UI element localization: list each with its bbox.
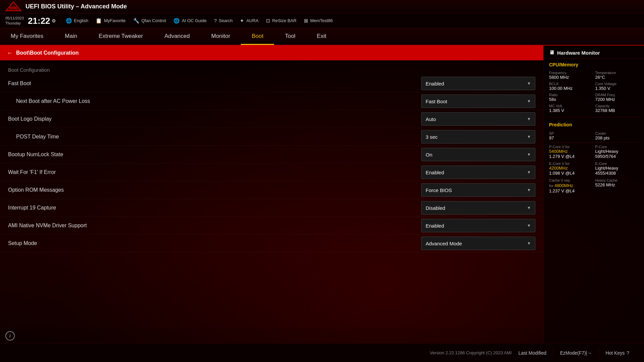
setting-row-ami-nvme: AMI Native NVMe Driver Support Enabled ▼ <box>0 217 543 235</box>
settings-area: Boot Configuration Fast Boot Enabled ▼ N… <box>0 60 543 328</box>
monitor-icon: 🖥 <box>549 50 554 56</box>
wait-f1-dropdown[interactable]: Enabled ▼ <box>421 166 535 179</box>
memtest-label: MemTest86 <box>310 18 333 23</box>
status-search[interactable]: ? Search <box>214 18 233 23</box>
hw-bclk-label: BCLK <box>549 82 593 86</box>
next-boot-ac-dropdown-arrow-icon: ▼ <box>527 99 531 104</box>
left-content: ← Boot\Boot Configuration Boot Configura… <box>0 46 543 343</box>
prediction-section-title: Prediction <box>544 119 644 129</box>
interrupt19-value: Disabled <box>426 205 445 211</box>
back-arrow-icon[interactable]: ← <box>7 50 13 57</box>
next-boot-ac-dropdown[interactable]: Fast Boot ▼ <box>421 95 535 108</box>
hw-temperature: Temperature 26°C <box>595 71 639 80</box>
search-label: Search <box>219 18 232 23</box>
section-header: Boot Configuration <box>0 64 543 75</box>
hw-core-voltage-value: 1.350 V <box>595 86 639 91</box>
status-qfan[interactable]: 🔧 Qfan Control <box>133 18 166 24</box>
fast-boot-value: Enabled <box>426 81 444 86</box>
setting-row-numlock: Bootup NumLock State On ▼ <box>0 146 543 164</box>
post-delay-dropdown[interactable]: 3 sec ▼ <box>421 130 535 143</box>
fast-boot-control: Enabled ▼ <box>421 77 535 90</box>
nav-boot-label: Boot <box>252 33 263 40</box>
wait-f1-label: Wait For 'F1' If Error <box>8 169 421 175</box>
nav-advanced[interactable]: Advanced <box>154 28 201 45</box>
nav-advanced-label: Advanced <box>164 33 190 40</box>
top-bar: ROG UEFI BIOS Utility – Advanced Mode <box>0 0 644 13</box>
pcore-v-label: P-Core V for <box>549 145 593 149</box>
numlock-value: On <box>426 152 432 158</box>
cache-v-val: 1.237 V @L4 <box>549 188 593 193</box>
qfan-label: Qfan Control <box>142 18 166 23</box>
status-resize-bar[interactable]: ⊡ ReSize BAR <box>266 18 297 24</box>
nav-monitor[interactable]: Monitor <box>201 28 241 45</box>
hot-keys-icon: ? <box>627 350 629 356</box>
nav-main-label: Main <box>65 33 77 40</box>
nav-exit[interactable]: Exit <box>306 28 337 45</box>
last-modified-button[interactable]: Last Modified <box>512 348 553 358</box>
pred-sp-value: 97 <box>549 135 593 140</box>
setup-mode-value: Advanced Mode <box>426 241 462 246</box>
settings-gear-icon[interactable]: ⚙ <box>52 18 56 23</box>
resize-bar-icon: ⊡ <box>266 18 270 24</box>
ez-mode-button[interactable]: EzMode(F7)|→ <box>553 348 599 358</box>
ami-nvme-label: AMI Native NVMe Driver Support <box>8 223 421 229</box>
aura-icon: ✦ <box>240 18 244 24</box>
nav-bar: My Favorites Main Extreme Tweaker Advanc… <box>0 28 644 46</box>
nav-tool[interactable]: Tool <box>274 28 306 45</box>
pcore-col: P-Core Light/Heavy 5950/5764 <box>595 145 639 159</box>
boot-logo-dropdown-arrow-icon: ▼ <box>527 117 531 121</box>
setup-mode-label: Setup Mode <box>8 240 421 246</box>
boot-logo-dropdown[interactable]: Auto ▼ <box>421 112 535 126</box>
cache-v-label: Cache V req <box>549 178 593 182</box>
post-delay-dropdown-arrow-icon: ▼ <box>527 134 531 139</box>
ecore-v-col: E-Core V for 4200MHz 1.098 V @L4 <box>549 162 593 176</box>
hot-keys-button[interactable]: Hot Keys ? <box>599 348 636 358</box>
option-rom-dropdown-arrow-icon: ▼ <box>527 188 531 192</box>
memtest-icon: ⊠ <box>304 18 308 24</box>
nav-boot[interactable]: Boot <box>241 28 274 45</box>
cache-row: Cache V req for 4800MHz 1.237 V @L4 Heav… <box>549 178 639 193</box>
status-ai-oc[interactable]: 🌐 AI OC Guide <box>173 18 207 24</box>
status-english[interactable]: 🌐 English <box>66 18 89 24</box>
ecore-v-val: 1.098 V @L4 <box>549 171 593 176</box>
setting-row-setup-mode: Setup Mode Advanced Mode ▼ <box>0 235 543 252</box>
numlock-label: Bootup NumLock State <box>8 152 421 158</box>
status-myfavorite[interactable]: 📋 MyFavorite <box>96 18 125 24</box>
setup-mode-dropdown[interactable]: Advanced Mode ▼ <box>421 237 535 250</box>
fast-boot-dropdown[interactable]: Enabled ▼ <box>421 77 535 90</box>
date-text: 05/11/2023 <box>5 16 24 20</box>
footer-version: Version 2.22.1286 Copyright (C) 2023 AMI <box>430 350 512 355</box>
interrupt19-dropdown[interactable]: Disabled ▼ <box>421 201 535 215</box>
pcore-row: P-Core V for 5400MHz 1.279 V @L4 P-Core … <box>549 145 639 159</box>
nav-my-favorites-label: My Favorites <box>11 33 43 40</box>
option-rom-dropdown[interactable]: Force BIOS ▼ <box>421 183 535 197</box>
myfavorite-icon: 📋 <box>96 18 102 24</box>
fast-boot-dropdown-arrow-icon: ▼ <box>527 81 531 86</box>
next-boot-ac-value: Fast Boot <box>426 99 447 104</box>
boot-logo-value: Auto <box>426 116 436 122</box>
resize-bar-label: ReSize BAR <box>272 18 297 23</box>
setting-row-wait-f1: Wait For 'F1' If Error Enabled ▼ <box>0 164 543 181</box>
cache-v-col: Cache V req for 4800MHz 1.237 V @L4 <box>549 178 593 193</box>
interrupt19-dropdown-arrow-icon: ▼ <box>527 205 531 210</box>
numlock-dropdown-arrow-icon: ▼ <box>527 152 531 157</box>
cache-block: Cache V req for 4800MHz 1.237 V @L4 Heav… <box>549 178 639 193</box>
setting-row-boot-logo: Boot Logo Display Auto ▼ <box>0 110 543 128</box>
status-aura[interactable]: ✦ AURA <box>240 18 258 24</box>
nav-main[interactable]: Main <box>54 28 88 45</box>
nav-monitor-label: Monitor <box>211 33 230 40</box>
status-memtest[interactable]: ⊠ MemTest86 <box>304 18 333 24</box>
hw-core-voltage-label: Core Voltage <box>595 82 639 86</box>
ami-nvme-dropdown[interactable]: Enabled ▼ <box>421 219 535 232</box>
pcore-vals: 5950/5764 <box>595 154 639 159</box>
nav-extreme-tweaker[interactable]: Extreme Tweaker <box>88 28 154 45</box>
hw-divider-1 <box>549 117 639 117</box>
boot-logo-control: Auto ▼ <box>421 112 535 126</box>
nav-my-favorites[interactable]: My Favorites <box>0 28 54 45</box>
wait-f1-dropdown-arrow-icon: ▼ <box>527 170 531 175</box>
hw-dram-freq: DRAM Freq. 7200 MHz <box>595 93 639 102</box>
logo-area: ROG <box>5 1 21 12</box>
numlock-dropdown[interactable]: On ▼ <box>421 148 535 161</box>
last-modified-label: Last Modified <box>518 350 546 356</box>
pred-cooler-value: 208 pts <box>595 135 639 140</box>
